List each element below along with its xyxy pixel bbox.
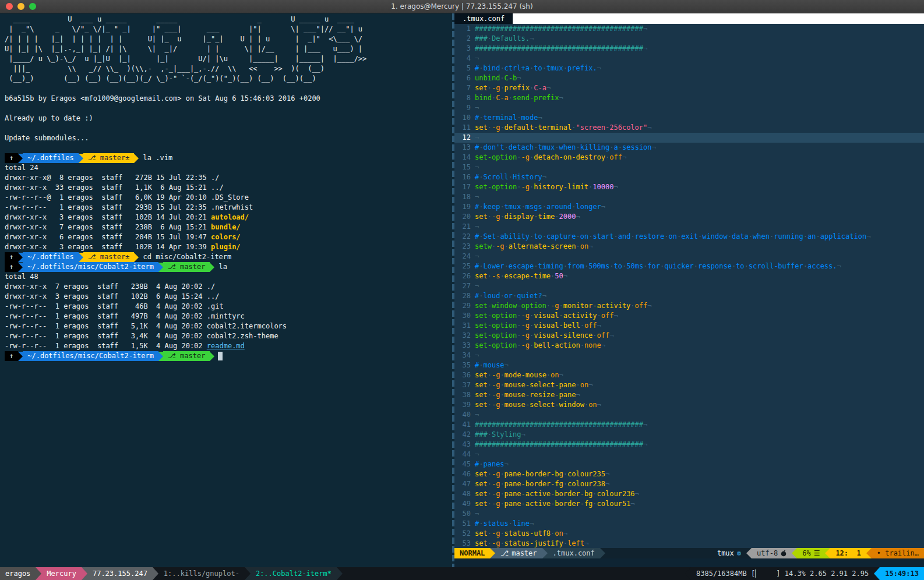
line-content: set·-s·escape-time·50¬ xyxy=(475,271,567,281)
editor-line: 49set·-g·pane-active-border-fg·colour51¬ xyxy=(454,499,924,509)
syntax-token: history-limit xyxy=(534,183,588,191)
line-content: ¬ xyxy=(475,252,479,261)
editor-line: 41######################################… xyxy=(454,420,924,430)
whitespace-dot: · xyxy=(546,371,551,379)
syntax-token: on xyxy=(580,381,588,389)
tmux-window-1[interactable]: 1:..kills/gnuplot- xyxy=(158,567,245,580)
line-content: #·panes¬ xyxy=(475,459,509,469)
line-number: 9 xyxy=(454,103,475,113)
eol-marker: ¬ xyxy=(475,104,479,112)
whitespace-dot: · xyxy=(555,143,559,151)
vim-cmdline xyxy=(454,558,924,567)
editor-line: 18¬ xyxy=(454,192,924,202)
prompt-segment: ~/.dotfiles/misc/Cobalt2-iterm xyxy=(23,262,158,272)
blank-line xyxy=(5,123,452,133)
tmux-user-segment[interactable]: eragos xyxy=(0,567,36,580)
syntax-token: -g xyxy=(492,490,500,498)
zoom-button[interactable] xyxy=(29,3,36,10)
syntax-token: ######################################## xyxy=(475,440,643,448)
whitespace-dot: · xyxy=(563,262,567,270)
powerline-arrow-icon xyxy=(245,567,251,580)
tmux-host-segment[interactable]: Mercury xyxy=(41,567,82,580)
syntax-token: from xyxy=(567,262,584,270)
line-number: 17 xyxy=(454,182,475,192)
editor-line: 28#·loud·or·quiet?¬ xyxy=(454,291,924,301)
eol-marker: ¬ xyxy=(475,351,479,359)
syntax-token: none xyxy=(584,341,601,349)
line-content: set·-g·mouse-select-pane·on¬ xyxy=(475,380,593,390)
whitespace-dot: · xyxy=(500,470,504,478)
eol-marker: ¬ xyxy=(542,173,546,181)
line-content: set·-g·mouse-select-window·on¬ xyxy=(475,400,601,410)
segment-label: utf-8 xyxy=(757,548,778,558)
syntax-token: mode xyxy=(521,114,538,122)
line-number: 41 xyxy=(454,420,475,430)
shell-pane[interactable]: ____ U ___ u _____ _____ _ U _____ u ___… xyxy=(0,13,452,567)
syntax-token: Styling xyxy=(492,430,521,438)
syntax-token: monitor-activity xyxy=(563,302,631,310)
vim-pane[interactable]: .tmux.conf 1############################… xyxy=(454,13,924,567)
syntax-token: set-option xyxy=(475,183,517,191)
syntax-token: ######################################## xyxy=(475,24,643,33)
powerline-arrow-icon xyxy=(134,253,139,262)
line-number: 14 xyxy=(454,153,475,162)
titlebar[interactable]: 1. eragos@Mercury | 77.23.155.247 (sh) xyxy=(0,0,924,13)
syntax-token: setw xyxy=(475,242,492,250)
filetype-segment: tmux⚙ xyxy=(712,548,746,558)
eol-marker: ¬ xyxy=(837,262,841,270)
whitespace-dot: · xyxy=(559,302,563,310)
editor-line: 21¬ xyxy=(454,222,924,232)
line-number: 1 xyxy=(454,24,475,34)
syntax-token: quicker xyxy=(664,262,694,270)
line-number: 24 xyxy=(454,252,475,261)
text-run: total 48 xyxy=(5,273,38,281)
git-branch-segment: ⎇master xyxy=(495,548,542,558)
whitespace-dot: · xyxy=(576,381,580,389)
syntax-token: status-justify xyxy=(505,539,563,547)
whitespace-dot: · xyxy=(803,232,807,241)
line-content: ¬ xyxy=(475,162,479,172)
text-run: drwxr-xr-x 7 eragos staff 238B 6 Aug 15:… xyxy=(5,223,211,231)
whitespace-dot: · xyxy=(500,391,504,399)
line-number: 2 xyxy=(454,34,475,44)
close-button[interactable] xyxy=(6,3,13,10)
syntax-token: to xyxy=(614,262,622,270)
line-content: ###·Defaults.¬ xyxy=(475,34,534,44)
tmux-ip-segment[interactable]: 77.23.155.247 xyxy=(87,567,153,580)
tmux-window-2-active[interactable]: 2:..Cobalt2-iterm* xyxy=(251,567,337,580)
editor-line: 3#######################################… xyxy=(454,44,924,54)
syntax-token: tmux xyxy=(538,143,555,151)
syntax-token: keep xyxy=(483,203,500,211)
minimize-button[interactable] xyxy=(17,3,24,10)
editor-line: 39set·-g·mouse-select-window·on¬ xyxy=(454,400,924,410)
syntax-token: colour238 xyxy=(567,480,605,488)
text-run: -rw-r--r--@ 1 eragos staff 6,0K 19 Apr 2… xyxy=(5,193,249,201)
syntax-token: C-a xyxy=(534,84,546,92)
editor-line: 43######################################… xyxy=(454,440,924,450)
directory-name: plugin/ xyxy=(211,243,241,251)
ascii-art: |||_ \\ _// \\_ )(\\,- ,-_|___|_,-.// \\… xyxy=(5,64,452,74)
eol-marker: ¬ xyxy=(521,430,526,438)
tmux-panes: ____ U ___ u _____ _____ _ U _____ u ___… xyxy=(0,13,924,567)
syntax-token: 50 xyxy=(555,272,563,280)
whitespace-dot: · xyxy=(630,232,634,241)
syntax-token: -g xyxy=(496,242,504,250)
syntax-token: pane-border-bg xyxy=(505,470,563,478)
vim-buffer[interactable]: 1#######################################… xyxy=(454,24,924,548)
line-number: 27 xyxy=(454,281,475,291)
blank-line xyxy=(5,84,452,94)
whitespace-dot: · xyxy=(580,341,584,349)
line-number: 40 xyxy=(454,410,475,420)
text-run: -rw-r--r-- 1 eragos staff 293B 15 Jul 22… xyxy=(5,203,253,211)
editor-line: 32set-option·-g·visual-silence·off¬ xyxy=(454,331,924,341)
syntax-token: colour236 xyxy=(597,490,635,498)
line-number: 43 xyxy=(454,440,475,450)
editor-line: 45#·panes¬ xyxy=(454,459,924,469)
powerline-arrow-icon xyxy=(337,567,343,580)
whitespace-dot: · xyxy=(614,232,618,241)
powerline-arrow-icon xyxy=(153,567,158,580)
eol-marker: ¬ xyxy=(601,203,605,211)
syntax-token: -g xyxy=(521,312,529,320)
syntax-token: colour235 xyxy=(567,470,605,478)
vim-tab-tmux-conf[interactable]: .tmux.conf xyxy=(454,13,513,24)
